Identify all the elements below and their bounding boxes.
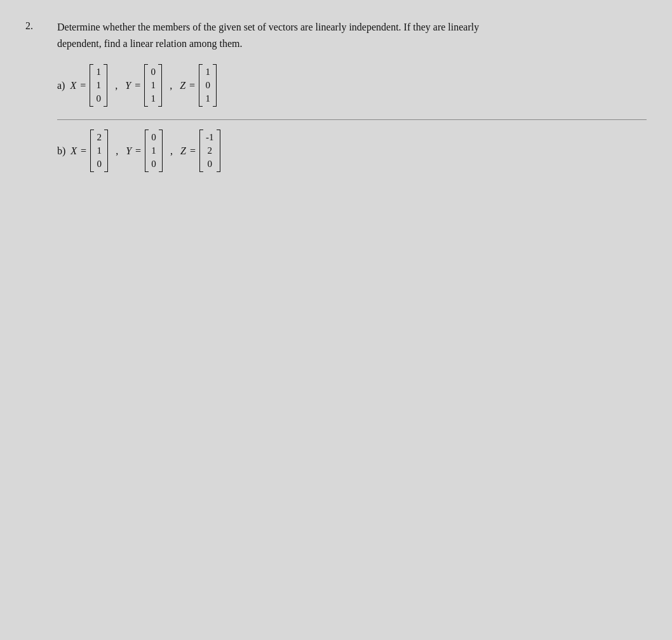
page-content: 2. Determine whether the members of the … <box>25 13 647 197</box>
part-a-z-eq: = <box>189 80 195 91</box>
part-b-x-var: X <box>71 145 77 157</box>
part-a-y-matrix: 0 1 1 <box>144 64 162 107</box>
part-a-y-expr: Y = 0 1 1 <box>125 64 162 107</box>
part-b-y-var: Y <box>126 145 131 157</box>
part-b-z-row1: -1 <box>203 131 217 144</box>
part-a-z-row1: 1 <box>203 65 213 79</box>
problem-body: Determine whether the members of the giv… <box>57 19 647 172</box>
part-b-x-row1: 2 <box>94 131 104 144</box>
part-a-y-row2: 1 <box>148 79 158 92</box>
problem-number: 2. <box>25 19 44 172</box>
part-b-y-expr: Y = 0 1 0 <box>126 130 163 172</box>
part-b-y-eq: = <box>135 145 141 157</box>
part-b-x-row2: 1 <box>94 144 104 157</box>
part-b-y-row3: 0 <box>149 157 159 171</box>
problem-text: Determine whether the members of the giv… <box>57 19 647 51</box>
problem-2: 2. Determine whether the members of the … <box>25 19 647 172</box>
part-a-y-row3: 1 <box>148 92 158 105</box>
part-b-z-var: Z <box>180 145 186 157</box>
problem-text-line1: Determine whether the members of the giv… <box>57 19 647 36</box>
part-b-x-expr: X = 2 1 0 <box>71 130 108 172</box>
part-a-z-row3: 1 <box>203 92 213 105</box>
part-a-y-eq: = <box>135 80 140 91</box>
part-b: b) X = 2 1 0 , Y = 0 <box>57 130 647 172</box>
part-a-z-expr: Z = 1 0 1 <box>180 64 217 107</box>
part-a-x-row3: 0 <box>93 92 104 105</box>
part-b-z-row3: 0 <box>205 157 215 171</box>
part-b-x-eq: = <box>81 145 86 157</box>
part-a-y-var: Y <box>125 80 131 91</box>
part-b-z-expr: Z = -1 2 0 <box>180 130 220 172</box>
part-b-z-matrix: -1 2 0 <box>199 130 220 172</box>
part-b-z-eq: = <box>190 145 196 157</box>
part-b-y-row2: 1 <box>149 144 159 157</box>
part-a-x-var: X <box>70 80 76 91</box>
part-b-comma1: , <box>116 145 118 157</box>
part-b-comma2: , <box>170 145 173 157</box>
part-a-label: a) <box>57 80 65 91</box>
part-a-z-row2: 0 <box>203 79 213 92</box>
part-b-z-row2: 2 <box>205 144 215 157</box>
part-a-x-matrix: 1 1 0 <box>90 64 107 107</box>
part-b-y-matrix: 0 1 0 <box>145 130 163 172</box>
part-a: a) X = 1 1 0 , Y = 0 <box>57 64 647 107</box>
part-a-x-row2: 1 <box>93 79 104 92</box>
section-divider <box>57 119 647 120</box>
part-b-x-row3: 0 <box>94 157 104 171</box>
part-b-y-row1: 0 <box>149 131 159 144</box>
part-a-y-row1: 0 <box>148 65 158 79</box>
part-a-z-matrix: 1 0 1 <box>199 64 217 107</box>
part-b-x-matrix: 2 1 0 <box>90 130 108 172</box>
problem-text-line2: dependent, find a linear relation among … <box>57 36 647 52</box>
part-a-comma2: , <box>170 80 172 91</box>
part-b-label: b) <box>57 145 65 157</box>
part-a-x-expr: X = 1 1 0 <box>70 64 107 107</box>
part-a-x-eq: = <box>80 80 86 91</box>
part-a-z-var: Z <box>180 80 185 91</box>
part-a-comma1: , <box>115 80 118 91</box>
part-a-x-row1: 1 <box>93 65 104 79</box>
